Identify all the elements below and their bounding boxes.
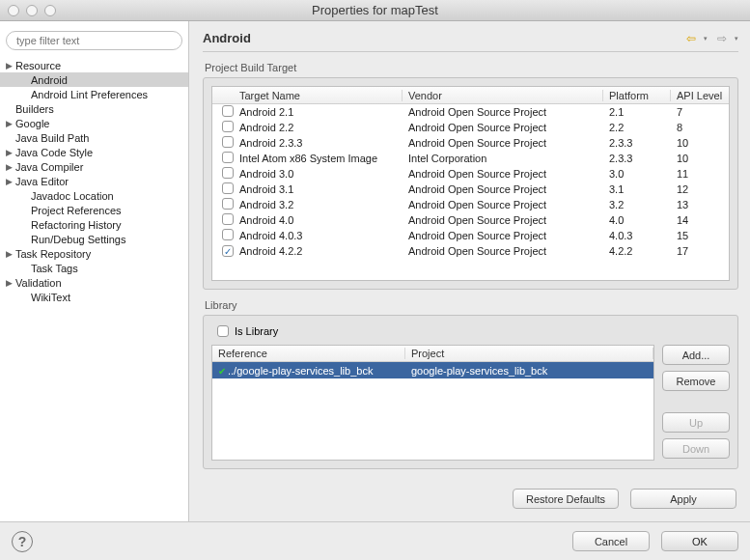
tree-item[interactable]: ▶Task Repository [0,246,188,261]
tree-item[interactable]: Project References [0,203,188,217]
window-title: Properties for mapTest [0,3,750,17]
status-ok-icon: ✔ [218,366,226,377]
tree-item[interactable]: Builders [0,101,188,116]
forward-arrow-icon[interactable]: ⇨ [713,32,731,45]
target-row[interactable]: Android 4.0.3Android Open Source Project… [212,228,729,243]
minimize-icon[interactable] [26,5,38,16]
is-library-label: Is Library [235,325,278,337]
footer: ? Cancel OK [0,521,750,560]
target-row[interactable]: Android 2.3.3Android Open Source Project… [212,135,729,151]
restore-defaults-button[interactable]: Restore Defaults [513,489,619,509]
tree-item[interactable]: Android [0,72,188,87]
close-icon[interactable] [8,5,19,16]
library-label: Library [203,299,738,311]
target-checkbox[interactable] [222,167,234,179]
target-row[interactable]: Android 3.2Android Open Source Project3.… [212,197,729,212]
target-checkbox[interactable] [222,182,234,194]
target-row[interactable]: Intel Atom x86 System ImageIntel Corpora… [212,151,729,166]
tree-item[interactable]: ▶Resource [0,58,188,72]
help-icon[interactable]: ? [12,531,33,552]
target-checkbox[interactable] [222,152,234,163]
back-menu-icon[interactable]: ▾ [704,35,708,42]
tree-item[interactable]: ▶Google [0,116,188,130]
back-arrow-icon[interactable]: ⇦ [682,32,700,45]
col-platform[interactable]: Platform [603,90,671,101]
cancel-button[interactable]: Cancel [572,531,650,551]
library-row[interactable]: ✔../google-play-services_lib_bckgoogle-p… [212,362,653,378]
target-row[interactable]: Android 2.1Android Open Source Project2.… [212,104,729,120]
titlebar: Properties for mapTest [0,0,750,21]
add-button[interactable]: Add... [662,345,730,365]
tree-item[interactable]: WikiText [0,290,188,304]
target-checkbox[interactable] [222,198,234,210]
target-row[interactable]: Android 3.1Android Open Source Project3.… [212,182,729,197]
target-row[interactable]: Android 3.0Android Open Source Project3.… [212,166,729,182]
tree-item[interactable]: Task Tags [0,261,188,275]
library-reference-table: Reference Project ✔../google-play-servic… [211,345,654,461]
page-title: Android [203,31,251,45]
col-api-level[interactable]: API Level [671,90,729,101]
target-checkbox[interactable] [222,136,234,148]
tree-item[interactable]: ▶Java Editor [0,174,188,188]
up-button[interactable]: Up [662,412,730,433]
col-target-name[interactable]: Target Name [234,90,403,101]
target-checkbox[interactable] [222,245,234,257]
tree-item[interactable]: Android Lint Preferences [0,87,188,101]
window-controls [8,5,56,16]
filter-input[interactable] [6,31,182,50]
col-project[interactable]: Project [405,348,653,359]
down-button[interactable]: Down [662,438,730,459]
zoom-icon[interactable] [44,5,56,16]
target-row[interactable]: Android 4.0Android Open Source Project4.… [212,212,729,228]
target-checkbox[interactable] [222,105,234,117]
target-checkbox[interactable] [222,229,234,240]
col-vendor[interactable]: Vendor [403,90,603,101]
remove-button[interactable]: Remove [662,371,730,391]
col-reference[interactable]: Reference [212,348,405,359]
build-target-table: Target Name Vendor Platform API Level An… [211,86,730,281]
category-tree[interactable]: ▶ResourceAndroidAndroid Lint Preferences… [0,56,188,306]
tree-item[interactable]: Javadoc Location [0,188,188,203]
ok-button[interactable]: OK [661,531,738,551]
target-checkbox[interactable] [222,121,234,132]
is-library-checkbox[interactable] [217,325,229,337]
tree-item[interactable]: Refactoring History [0,217,188,232]
content-pane: Android ⇦▾ ⇨▾ Project Build Target Targe… [189,21,750,521]
tree-item[interactable]: Run/Debug Settings [0,232,188,246]
tree-item[interactable]: ▶Java Compiler [0,159,188,174]
sidebar: ▶ResourceAndroidAndroid Lint Preferences… [0,21,189,521]
target-row[interactable]: Android 4.2.2Android Open Source Project… [212,243,729,259]
build-target-label: Project Build Target [203,62,738,73]
apply-button[interactable]: Apply [630,489,736,509]
tree-item[interactable]: ▶Java Code Style [0,145,188,159]
forward-menu-icon[interactable]: ▾ [735,35,738,42]
tree-item[interactable]: Java Build Path [0,130,188,145]
tree-item[interactable]: ▶Validation [0,275,188,290]
target-checkbox[interactable] [222,213,234,225]
target-row[interactable]: Android 2.2Android Open Source Project2.… [212,120,729,135]
